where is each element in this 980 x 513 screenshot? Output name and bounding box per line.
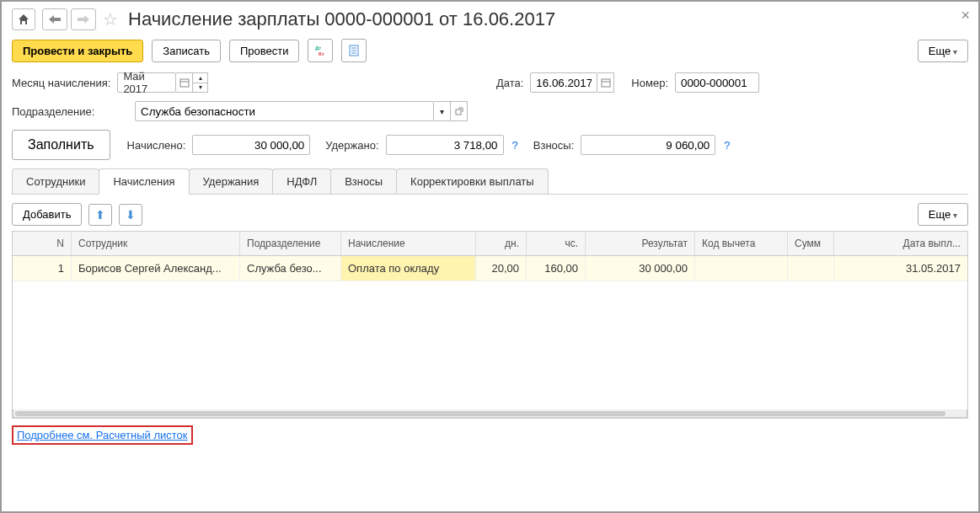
home-button[interactable]	[12, 8, 35, 30]
more-button[interactable]: Еще	[918, 40, 968, 62]
move-up-button[interactable]: ⬆	[88, 204, 112, 226]
month-input[interactable]: Май 2017	[117, 72, 176, 93]
table-row[interactable]: 1 Борисов Сергей Александ... Служба безо…	[13, 256, 967, 281]
month-label: Месяц начисления:	[12, 77, 110, 89]
col-n[interactable]: N	[13, 232, 72, 255]
add-row-button[interactable]: Добавить	[12, 203, 82, 226]
close-button[interactable]: ×	[961, 7, 970, 24]
dept-open-button[interactable]	[451, 101, 468, 121]
table-more-button[interactable]: Еще	[918, 203, 968, 226]
col-employee[interactable]: Сотрудник	[72, 232, 240, 255]
horizontal-scrollbar[interactable]	[13, 409, 967, 418]
footer-link-highlight: Подробнее см. Расчетный листок	[12, 425, 193, 445]
back-button[interactable]	[42, 8, 67, 30]
col-sum[interactable]: Сумм	[788, 232, 834, 255]
contrib-input[interactable]	[581, 135, 715, 155]
svg-rect-10	[456, 110, 461, 115]
month-picker-button[interactable]	[176, 72, 193, 93]
svg-rect-6	[180, 79, 189, 87]
col-days[interactable]: дн.	[476, 232, 527, 255]
debit-credit-icon-button[interactable]: ДтКт	[308, 39, 333, 62]
dept-input[interactable]	[135, 101, 434, 121]
accrued-input[interactable]	[192, 135, 310, 155]
withheld-help-icon[interactable]: ?	[512, 139, 518, 152]
tab-withholdings[interactable]: Удержания	[189, 168, 274, 194]
number-input[interactable]	[675, 72, 759, 93]
tab-employees[interactable]: Сотрудники	[12, 168, 99, 194]
contrib-help-icon[interactable]: ?	[724, 139, 730, 152]
document-icon-button[interactable]	[341, 39, 367, 62]
tabs-bar: Сотрудники Начисления Удержания НДФЛ Взн…	[12, 168, 968, 195]
fill-button[interactable]: Заполнить	[12, 130, 110, 160]
date-input[interactable]	[530, 72, 597, 93]
save-button[interactable]: Записать	[152, 40, 221, 62]
svg-text:Кт: Кт	[319, 51, 324, 56]
accruals-grid: N Сотрудник Подразделение Начисление дн.…	[12, 231, 968, 419]
col-result[interactable]: Результат	[586, 232, 695, 255]
svg-rect-8	[602, 79, 610, 87]
withheld-label: Удержано:	[325, 139, 378, 152]
page-title: Начисление зарплаты 0000-000001 от 16.06…	[128, 8, 555, 30]
tab-ndfl[interactable]: НДФЛ	[272, 168, 331, 194]
month-down-button[interactable]: ▾	[193, 83, 207, 93]
tab-accruals[interactable]: Начисления	[99, 168, 189, 195]
col-hours[interactable]: чс.	[527, 232, 586, 255]
favorite-star-icon[interactable]: ☆	[103, 9, 118, 29]
move-down-button[interactable]: ⬇	[119, 204, 142, 226]
col-dept[interactable]: Подразделение	[240, 232, 341, 255]
contrib-label: Взносы:	[533, 139, 575, 152]
dept-label: Подразделение:	[12, 105, 104, 118]
dept-dropdown-button[interactable]: ▾	[434, 101, 451, 121]
col-paydate[interactable]: Дата выпл...	[834, 232, 967, 255]
date-label: Дата:	[496, 77, 523, 89]
svg-text:Дт: Дт	[315, 45, 321, 51]
accrued-label: Начислено:	[127, 139, 186, 152]
date-calendar-button[interactable]	[597, 72, 614, 93]
month-up-button[interactable]: ▴	[193, 73, 207, 83]
tab-contributions[interactable]: Взносы	[330, 168, 397, 194]
post-button[interactable]: Провести	[229, 40, 300, 62]
number-label: Номер:	[631, 77, 668, 89]
payslip-link[interactable]: Подробнее см. Расчетный листок	[17, 429, 188, 441]
col-code[interactable]: Код вычета	[695, 232, 788, 255]
tab-corrections[interactable]: Корректировки выплаты	[396, 168, 549, 194]
col-accrual[interactable]: Начисление	[341, 232, 476, 255]
post-and-close-button[interactable]: Провести и закрыть	[12, 40, 143, 62]
forward-button[interactable]	[71, 8, 96, 30]
withheld-input[interactable]	[386, 135, 504, 155]
